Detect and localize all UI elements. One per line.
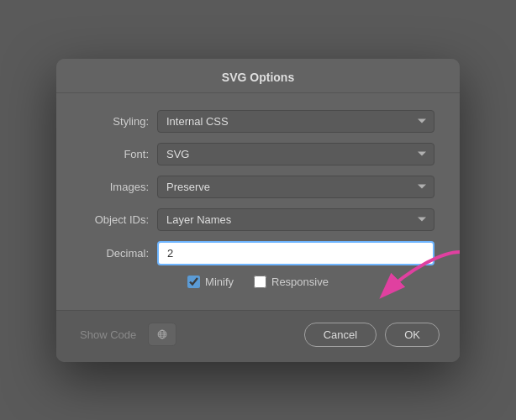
styling-label: Styling: bbox=[82, 115, 157, 128]
objectids-select[interactable]: Layer Names Minimal bbox=[157, 208, 434, 231]
decimal-input-wrapper bbox=[157, 241, 434, 265]
minify-checkbox[interactable] bbox=[187, 276, 200, 288]
dialog-title: SVG Options bbox=[56, 59, 460, 93]
styling-select[interactable]: Internal CSS Inline Style Presentation A… bbox=[157, 110, 434, 133]
images-select[interactable]: Preserve Embed Link bbox=[157, 176, 434, 198]
ok-button[interactable]: OK bbox=[385, 323, 440, 347]
images-label: Images: bbox=[82, 181, 157, 193]
minify-label: Minify bbox=[205, 276, 234, 288]
decimal-input[interactable] bbox=[157, 241, 434, 265]
show-code-button[interactable]: Show Code bbox=[76, 323, 140, 347]
font-row: Font: SVG Convert to Outline bbox=[82, 143, 434, 165]
checkboxes-row: Minify Responsive bbox=[82, 276, 434, 288]
objectids-row: Object IDs: Layer Names Minimal bbox=[82, 208, 434, 231]
responsive-checkbox[interactable] bbox=[254, 276, 266, 288]
dialog-footer: Show Code Cancel OK bbox=[56, 310, 460, 362]
font-select-wrapper: SVG Convert to Outline bbox=[157, 143, 434, 165]
decimal-label: Decimal: bbox=[82, 247, 157, 260]
font-select[interactable]: SVG Convert to Outline bbox=[157, 143, 434, 165]
globe-button[interactable] bbox=[148, 323, 176, 346]
dialog-body: Styling: Internal CSS Inline Style Prese… bbox=[56, 93, 460, 310]
svg-options-dialog: SVG Options Styling: Internal CSS Inline… bbox=[56, 59, 460, 362]
images-row: Images: Preserve Embed Link bbox=[82, 176, 434, 198]
images-select-wrapper: Preserve Embed Link bbox=[157, 176, 434, 198]
decimal-row: Decimal: bbox=[82, 241, 434, 265]
responsive-label: Responsive bbox=[271, 276, 329, 288]
styling-select-wrapper: Internal CSS Inline Style Presentation A… bbox=[157, 110, 434, 133]
minify-checkbox-label[interactable]: Minify bbox=[187, 276, 234, 288]
objectids-select-wrapper: Layer Names Minimal bbox=[157, 208, 434, 231]
font-label: Font: bbox=[82, 148, 157, 160]
globe-icon bbox=[157, 328, 167, 341]
cancel-button[interactable]: Cancel bbox=[304, 323, 376, 347]
styling-row: Styling: Internal CSS Inline Style Prese… bbox=[82, 110, 434, 133]
responsive-checkbox-label[interactable]: Responsive bbox=[254, 276, 329, 288]
objectids-label: Object IDs: bbox=[82, 213, 157, 226]
